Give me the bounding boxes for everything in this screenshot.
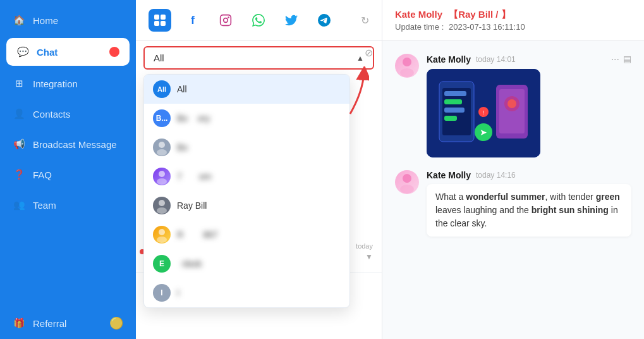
svg-rect-23	[444, 91, 466, 96]
svg-point-12	[157, 207, 167, 214]
chat-badge	[109, 47, 119, 57]
channel-twitter[interactable]	[280, 9, 303, 32]
chat-bracket: 【Ray Bill / 】	[449, 9, 511, 20]
svg-point-10	[157, 178, 167, 185]
svg-point-7	[159, 142, 165, 148]
svg-rect-1	[161, 15, 166, 20]
dropdown-selected: All	[154, 52, 164, 63]
channel-facebook[interactable]: f	[181, 9, 204, 32]
option-avatar-seven	[153, 168, 171, 185]
sidebar-label-team: Team	[33, 200, 123, 211]
dropdown-option-b1[interactable]: B... Bo ory	[144, 104, 349, 133]
chat-header-time: Update time : 2023-07-13 16:11:10	[395, 22, 631, 32]
dropdown-option-all[interactable]: All All	[144, 75, 349, 104]
svg-rect-26	[444, 116, 457, 121]
dropdown-option-seven[interactable]: 7 om	[144, 162, 349, 191]
msg-content-2: Kate Molly today 14:16 What a wonderful …	[427, 170, 631, 237]
layout-icon[interactable]: ▤	[623, 54, 631, 65]
svg-point-6	[228, 16, 229, 18]
sidebar-label-integration: Integration	[33, 78, 123, 89]
sidebar-label-contacts: Contacts	[33, 109, 123, 120]
right-panel: Kate Molly 【Ray Bill / 】 Update time : 2…	[382, 0, 644, 339]
msg-time-1: today 14:01	[476, 55, 516, 64]
msg-text-2: What a wonderful summer, with tender gre…	[427, 184, 631, 237]
home-icon: 🏠	[13, 14, 25, 27]
sidebar-item-faq[interactable]: ❓ FAQ	[0, 159, 136, 190]
sidebar-label-chat: Chat	[37, 47, 102, 58]
svg-text:!: !	[483, 109, 485, 116]
refresh-icon[interactable]: ↻	[361, 15, 369, 27]
channel-telegram[interactable]	[313, 9, 336, 32]
coin-icon: 🟡	[109, 316, 123, 330]
channel-whatsapp[interactable]	[247, 9, 270, 32]
option-label-e1: nbob	[177, 259, 202, 269]
option-label-b2: Bo	[177, 142, 195, 152]
contacts-icon: 👤	[13, 108, 25, 120]
msg-image-1: ➤ !	[427, 69, 540, 157]
svg-point-13	[159, 229, 165, 235]
msg-content-1: Kate Molly today 14:01 ··· ▤	[427, 54, 631, 157]
sidebar-item-referral[interactable]: 🎁 Referral 🟡	[0, 307, 136, 339]
chat-icon: 💬	[16, 46, 29, 58]
referral-icon: 🎁	[13, 317, 25, 330]
option-avatar-ray	[153, 197, 171, 214]
chevron-up-icon: ▲	[356, 54, 364, 63]
option-label-b1: Bo ory	[177, 113, 210, 123]
svg-point-8	[157, 149, 167, 156]
dropdown-container: All ▲ All All B... Bo ory Bo	[136, 41, 382, 75]
dropdown-option-r2[interactable]: R 867	[144, 220, 349, 249]
sidebar-item-home[interactable]: 🏠 Home	[0, 5, 136, 35]
sidebar-item-team[interactable]: 👥 Team	[0, 190, 136, 220]
chat-contact-name: Kate Molly 【Ray Bill / 】	[395, 9, 511, 20]
sidebar-label-faq: FAQ	[33, 170, 123, 180]
option-label-i1: I	[177, 288, 187, 298]
dropdown-option-e1[interactable]: E nbob	[144, 249, 349, 278]
sidebar-label-broadcast: Broadcast Message	[33, 139, 123, 150]
team-icon: 👥	[13, 199, 25, 211]
svg-rect-24	[444, 99, 462, 104]
msg-avatar-2	[395, 170, 419, 194]
msg-actions-1: ··· ▤	[611, 54, 631, 65]
svg-rect-0	[154, 15, 159, 20]
svg-point-36	[400, 185, 414, 194]
svg-text:➤: ➤	[480, 127, 487, 137]
channel-row: f ↻	[136, 0, 382, 41]
chat-header-title: Kate Molly 【Ray Bill / 】	[395, 9, 631, 21]
msg-header-2: Kate Molly today 14:16	[427, 170, 631, 180]
option-label-all: All	[177, 84, 187, 94]
msg-sender-1: Kate Molly	[427, 54, 471, 65]
filter-icon[interactable]: ⊘	[365, 47, 373, 59]
dropdown-option-ray[interactable]: Ray Bill	[144, 191, 349, 220]
svg-point-5	[224, 18, 228, 23]
channel-instagram[interactable]	[214, 9, 237, 32]
messages-area: Kate Molly today 14:01 ··· ▤	[382, 41, 644, 339]
channel-all[interactable]	[149, 9, 171, 32]
option-badge-b1: B...	[153, 109, 171, 127]
dropdown-trigger[interactable]: All ▲	[143, 46, 374, 70]
option-avatar-b2	[153, 139, 171, 156]
broadcast-icon: 📢	[13, 138, 25, 151]
faq-icon: ❓	[13, 168, 25, 181]
sidebar-label-referral: Referral	[33, 318, 102, 329]
sidebar-item-integration[interactable]: ⊞ Integration	[0, 68, 136, 99]
dropdown-menu: All All B... Bo ory Bo 7 om	[143, 74, 350, 308]
sidebar-item-contacts[interactable]: 👤 Contacts	[0, 99, 136, 129]
svg-rect-3	[161, 21, 166, 26]
dropdown-option-i1[interactable]: I I	[144, 278, 349, 307]
dropdown-option-b2[interactable]: Bo	[144, 133, 349, 162]
sidebar-item-chat[interactable]: 💬 Chat	[6, 38, 130, 66]
sidebar-item-broadcast[interactable]: 📢 Broadcast Message	[0, 129, 136, 159]
svg-rect-25	[444, 108, 465, 113]
option-badge-all: All	[153, 80, 171, 98]
more-icon[interactable]: ···	[611, 54, 619, 65]
msg-avatar-1	[395, 54, 419, 78]
msg-sender-2: Kate Molly	[427, 170, 471, 180]
option-badge-e1: E	[153, 255, 171, 273]
message-row-2: Kate Molly today 14:16 What a wonderful …	[395, 170, 631, 237]
chat-header: Kate Molly 【Ray Bill / 】 Update time : 2…	[382, 0, 644, 41]
svg-point-9	[159, 171, 165, 177]
middle-panel: f ↻ All	[136, 0, 382, 339]
chevron-down-icon[interactable]: ▼	[365, 252, 373, 261]
sidebar: 🏠 Home 💬 Chat ⊞ Integration 👤 Contacts 📢…	[0, 0, 136, 339]
chat-time-manta: today	[356, 242, 373, 250]
